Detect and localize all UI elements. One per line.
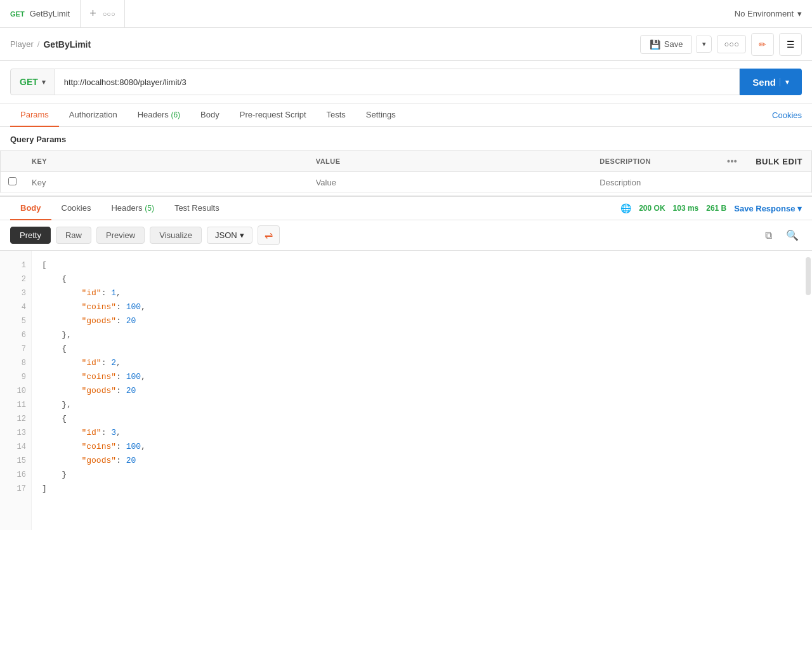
comment-button[interactable]: ☰ <box>779 33 802 56</box>
pretty-view-button[interactable]: Pretty <box>10 227 51 244</box>
send-button[interactable]: Send ▾ <box>740 69 802 95</box>
code-response-area[interactable]: 12345 678910 1112131415 1617 [ { "id": 1… <box>0 251 812 530</box>
save-button[interactable]: 💾 Save <box>640 35 693 54</box>
resp-tab-cookies[interactable]: Cookies <box>51 197 102 220</box>
plus-icon: + <box>89 7 96 20</box>
tab-params[interactable]: Params <box>10 103 59 127</box>
globe-icon: 🌐 <box>620 203 631 213</box>
tab-headers[interactable]: Headers (6) <box>128 103 190 127</box>
response-section: Body Cookies Headers (5) Test Results 🌐 … <box>0 196 812 530</box>
top-bar: GET GetByLimit + ○○○ No Environment ▾ <box>0 0 812 28</box>
cookies-link[interactable]: Cookies <box>772 110 802 120</box>
search-icon: 🔍 <box>786 229 799 241</box>
resp-tab-test-results[interactable]: Test Results <box>164 197 230 220</box>
query-params-label: Query Params <box>10 135 802 144</box>
key-input[interactable] <box>32 178 301 187</box>
new-tab-button[interactable]: + ○○○ <box>81 0 124 27</box>
save-dropdown-button[interactable]: ▾ <box>697 36 712 53</box>
chevron-down-icon: ▾ <box>797 9 802 18</box>
code-content: [ { "id": 1, "coins": 100, "goods": 20 }… <box>32 251 812 530</box>
request-tab[interactable]: GET GetByLimit <box>0 0 81 27</box>
edit-button[interactable]: ✏ <box>751 33 774 56</box>
environment-selector[interactable]: No Environment ▾ <box>724 9 812 18</box>
value-input[interactable] <box>316 178 585 187</box>
desc-input-cell[interactable] <box>592 172 716 193</box>
search-button[interactable]: 🔍 <box>783 226 802 245</box>
url-input[interactable] <box>55 69 740 95</box>
comment-icon: ☰ <box>787 39 795 50</box>
copy-button[interactable]: ⧉ <box>759 226 778 245</box>
format-selector[interactable]: JSON ▾ <box>207 227 252 244</box>
format-label: JSON <box>215 230 237 240</box>
url-bar: GET ▾ Send ▾ <box>0 61 812 103</box>
more-options-button[interactable]: ○○○ <box>717 35 746 53</box>
breadcrumb-bar: Player / GetByLimit 💾 Save ▾ ○○○ ✏ ☰ <box>0 28 812 61</box>
checkbox-col-header <box>1 151 25 172</box>
row-checkbox[interactable] <box>1 172 25 193</box>
tab-prerequest[interactable]: Pre-request Script <box>230 103 317 127</box>
save-response-button[interactable]: Save Response ▾ <box>734 204 802 213</box>
preview-view-button[interactable]: Preview <box>96 227 145 244</box>
breadcrumb-collection[interactable]: Player <box>10 39 34 49</box>
request-tabs: Params Authorization Headers (6) Body Pr… <box>0 103 812 127</box>
breadcrumb-name: GetByLimit <box>43 39 91 50</box>
format-arrow: ▾ <box>240 230 244 240</box>
method-arrow: ▾ <box>42 78 46 86</box>
tab-name: GetByLimit <box>30 9 70 18</box>
raw-view-button[interactable]: Raw <box>56 227 91 244</box>
desc-col-header: DESCRIPTION <box>592 151 716 172</box>
value-input-cell[interactable] <box>308 172 593 193</box>
env-label: No Environment <box>735 9 794 18</box>
value-col-header: VALUE <box>308 151 593 172</box>
method-selector[interactable]: GET ▾ <box>10 69 55 95</box>
scrollbar[interactable] <box>806 257 811 295</box>
edit-icon: ✏ <box>759 39 766 50</box>
bulk-edit-header[interactable]: Bulk Edit <box>748 151 811 172</box>
response-status: 🌐 200 OK 103 ms 261 B Save Response ▾ <box>620 203 802 213</box>
status-code: 200 OK <box>639 204 665 213</box>
send-arrow: ▾ <box>780 78 789 86</box>
resp-tab-body[interactable]: Body <box>10 197 51 220</box>
wrap-button[interactable]: ⇌ <box>258 225 280 245</box>
key-col-header: KEY <box>24 151 308 172</box>
method-label: GET <box>20 77 38 87</box>
copy-icon: ⧉ <box>765 230 772 241</box>
description-input[interactable] <box>599 178 709 187</box>
response-tabs: Body Cookies Headers (5) Test Results 🌐 … <box>0 197 812 220</box>
tab-body[interactable]: Body <box>190 103 230 127</box>
more-dots: ○○○ <box>103 10 115 18</box>
breadcrumb-actions: 💾 Save ▾ ○○○ ✏ ☰ <box>640 33 802 56</box>
wrap-icon: ⇌ <box>265 230 273 241</box>
tab-tests[interactable]: Tests <box>317 103 356 127</box>
visualize-view-button[interactable]: Visualize <box>150 227 202 244</box>
response-size: 261 B <box>706 204 726 213</box>
save-icon: 💾 <box>650 39 660 50</box>
actions-col-header: ••• <box>716 151 748 172</box>
table-row <box>1 172 812 193</box>
code-toolbar: Pretty Raw Preview Visualize JSON ▾ ⇌ ⧉ … <box>0 220 812 251</box>
breadcrumb-separator: / <box>37 39 40 49</box>
code-actions: ⧉ 🔍 <box>759 226 802 245</box>
tab-authorization[interactable]: Authorization <box>59 103 128 127</box>
response-time: 103 ms <box>673 204 699 213</box>
query-params-table: KEY VALUE DESCRIPTION ••• Bulk Edit <box>0 150 812 193</box>
tab-settings[interactable]: Settings <box>356 103 406 127</box>
resp-tab-headers[interactable]: Headers (5) <box>101 197 164 220</box>
line-numbers: 12345 678910 1112131415 1617 <box>0 251 32 530</box>
key-input-cell[interactable] <box>24 172 308 193</box>
method-badge: GET <box>10 10 25 18</box>
params-section: Query Params <box>0 127 812 144</box>
